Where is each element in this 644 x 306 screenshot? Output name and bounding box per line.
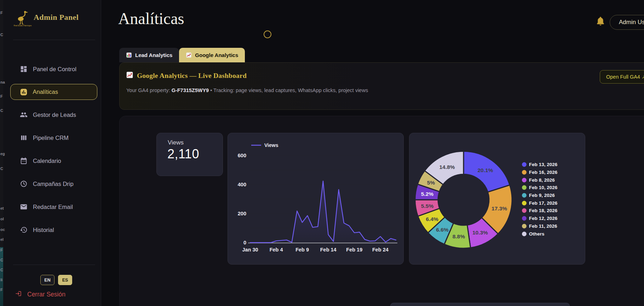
- edge-text-fragment: C: [0, 268, 3, 272]
- banner-title: Google Analytics — Live Dashboard: [137, 72, 247, 80]
- logo-caption: Real Estate Flamingos: [12, 24, 33, 27]
- svg-text:20.1%: 20.1%: [477, 167, 493, 173]
- ga4-property-id: G-F7315Z5WY9: [172, 87, 209, 93]
- svg-text:Feb 19: Feb 19: [346, 247, 362, 253]
- sidebar: Real Estate Flamingos Admin Panel Panel …: [3, 0, 101, 306]
- underlying-page-sliver: FCnaFCegCetolocelFCCliF: [0, 0, 3, 306]
- open-full-ga4-button[interactable]: Open Full GA4 ↗: [600, 70, 644, 84]
- clock-icon: [20, 180, 28, 188]
- logout-icon: [15, 290, 22, 299]
- sidebar-item-panel-de-control[interactable]: Panel de Control: [10, 61, 97, 77]
- tab-google-analytics[interactable]: Google Analytics: [179, 48, 245, 62]
- svg-text:Feb 24: Feb 24: [372, 247, 389, 253]
- svg-text:5.5%: 5.5%: [421, 203, 434, 209]
- legend-item[interactable]: Feb 9, 2026: [522, 192, 557, 199]
- svg-text:6.6%: 6.6%: [436, 227, 449, 233]
- svg-text:5.2%: 5.2%: [421, 191, 434, 197]
- legend-color-dot: [522, 232, 527, 236]
- legend-item[interactable]: Feb 8, 2026: [522, 176, 557, 184]
- sidebar-divider-top: [13, 40, 95, 40]
- svg-text:0: 0: [243, 240, 246, 245]
- edge-text-fragment: na: [0, 80, 5, 84]
- banner-subtitle: Your GA4 property: G-F7315Z5WY9 • Tracki…: [126, 87, 368, 93]
- legend-color-dot: [522, 170, 527, 175]
- legend-item[interactable]: Others: [522, 230, 557, 238]
- edge-text-fragment: C: [0, 33, 3, 37]
- admin-user-button[interactable]: Admin User: [610, 15, 644, 30]
- edge-text-fragment: oc: [0, 227, 5, 232]
- analytics-tabs: Lead Analytics Google Analytics: [119, 48, 245, 62]
- language-switcher: ENES: [40, 275, 72, 285]
- tab-lead-analytics[interactable]: Lead Analytics: [119, 48, 179, 62]
- legend-item[interactable]: Feb 17, 2026: [522, 199, 557, 207]
- donut-legend: Feb 13, 2026Feb 16, 2026Feb 8, 2026Feb 1…: [522, 161, 557, 238]
- next-section-partial-card: [390, 303, 570, 306]
- legend-item[interactable]: Feb 16, 2026: [522, 169, 557, 176]
- legend-color-dot: [522, 201, 527, 205]
- sidebar-item-pipeline-crm[interactable]: Pipeline CRM: [10, 130, 97, 146]
- svg-text:Feb 14: Feb 14: [320, 247, 337, 253]
- edge-text-fragment: C: [0, 166, 3, 171]
- svg-text:10.3%: 10.3%: [472, 230, 488, 236]
- underlying-page-teal-block: [0, 247, 3, 306]
- svg-text:Feb 9: Feb 9: [295, 247, 309, 253]
- views-line-chart-card: 0200400600Jan 30Feb 4Feb 9Feb 14Feb 19Fe…: [228, 133, 404, 265]
- legend-item[interactable]: Feb 10, 2026: [522, 184, 557, 192]
- edge-text-fragment: F: [0, 248, 3, 252]
- views-stat-card: Views 2,110: [156, 133, 223, 176]
- legend-item[interactable]: Feb 12, 2026: [522, 215, 557, 222]
- email-icon: [20, 203, 28, 211]
- views-stat-label: Views: [168, 139, 223, 146]
- loading-spinner: [264, 30, 271, 38]
- legend-item[interactable]: Feb 18, 2026: [522, 207, 557, 215]
- sidebar-title: Admin Panel: [34, 13, 79, 22]
- bar-chart-emoji-icon: [126, 52, 132, 58]
- sidebar-divider-bottom: [13, 265, 95, 265]
- calendar-icon: [20, 157, 28, 165]
- logout-button[interactable]: Cerrar Sesión: [15, 290, 65, 299]
- bell-icon[interactable]: [595, 16, 606, 27]
- edge-text-fragment: F: [0, 94, 3, 98]
- sidebar-item-campanas-drip[interactable]: Campañas Drip: [10, 176, 97, 192]
- sidebar-item-analiticas[interactable]: Analíticas: [10, 84, 97, 100]
- legend-item[interactable]: Feb 13, 2026: [522, 161, 557, 169]
- legend-color-dot: [522, 178, 527, 182]
- legend-color-dot: [522, 208, 527, 213]
- edge-text-fragment: F: [0, 11, 3, 15]
- svg-text:14.8%: 14.8%: [439, 164, 455, 170]
- legend-color-dot: [522, 162, 527, 167]
- views-stat-value: 2,110: [167, 147, 223, 162]
- edge-text-fragment: el: [0, 237, 4, 242]
- legend-color-dot: [522, 216, 527, 221]
- svg-text:600: 600: [238, 153, 246, 158]
- svg-text:5%: 5%: [427, 180, 435, 186]
- edge-text-fragment: C: [0, 108, 3, 113]
- edge-text-fragment: li: [0, 278, 2, 282]
- language-button-es[interactable]: ES: [58, 275, 72, 285]
- tab-label: Google Analytics: [195, 52, 238, 58]
- svg-text:200: 200: [238, 211, 246, 216]
- svg-text:8.8%: 8.8%: [453, 233, 465, 239]
- sidebar-item-gestor-de-leads[interactable]: Gestor de Leads: [10, 107, 97, 123]
- chart-increasing-emoji-icon: [126, 71, 133, 80]
- leads-icon: [20, 111, 28, 119]
- flamingo-logo-icon: [16, 10, 29, 24]
- svg-text:Views: Views: [264, 142, 278, 148]
- language-button-en[interactable]: EN: [40, 275, 54, 285]
- views-by-day-donut-card: 20.1%17.3%10.3%8.8%6.6%6.4%5.5%5.2%5%14.…: [409, 133, 585, 265]
- pipeline-icon: [20, 134, 28, 142]
- page-title: Analíticas: [118, 9, 184, 28]
- svg-text:Jan 30: Jan 30: [242, 247, 258, 253]
- edge-text-fragment: eg: [0, 152, 5, 156]
- edge-text-fragment: F: [0, 288, 3, 292]
- edge-text-fragment: C: [0, 258, 3, 262]
- legend-item[interactable]: Feb 11, 2026: [522, 222, 557, 230]
- sidebar-menu: Panel de ControlAnalíticasGestor de Lead…: [3, 61, 101, 245]
- sidebar-item-historial[interactable]: Historial: [10, 222, 97, 238]
- svg-text:Feb 4: Feb 4: [270, 247, 283, 253]
- edge-text-fragment: et: [0, 206, 4, 210]
- sidebar-item-redactar-email[interactable]: Redactar Email: [10, 199, 97, 215]
- legend-color-dot: [522, 224, 527, 228]
- sidebar-item-calendario[interactable]: Calendario: [10, 153, 97, 169]
- chart-increasing-emoji-icon: [186, 52, 192, 58]
